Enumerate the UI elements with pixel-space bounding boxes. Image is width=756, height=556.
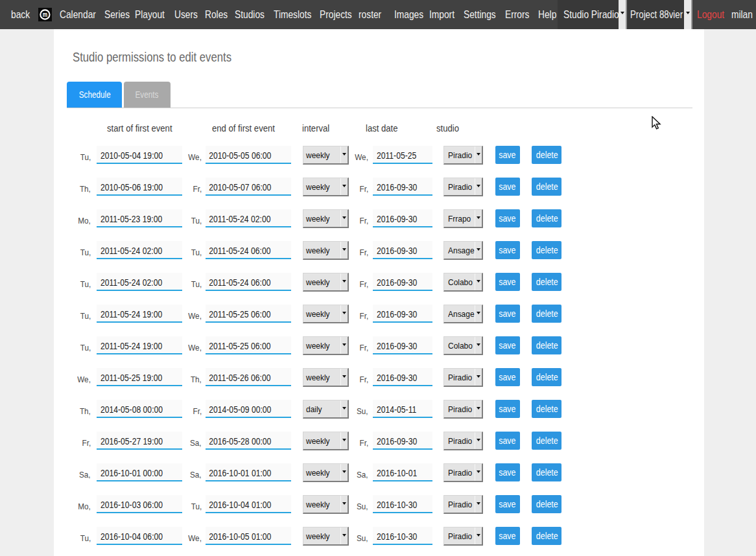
svg-text:m: m: [43, 10, 47, 19]
